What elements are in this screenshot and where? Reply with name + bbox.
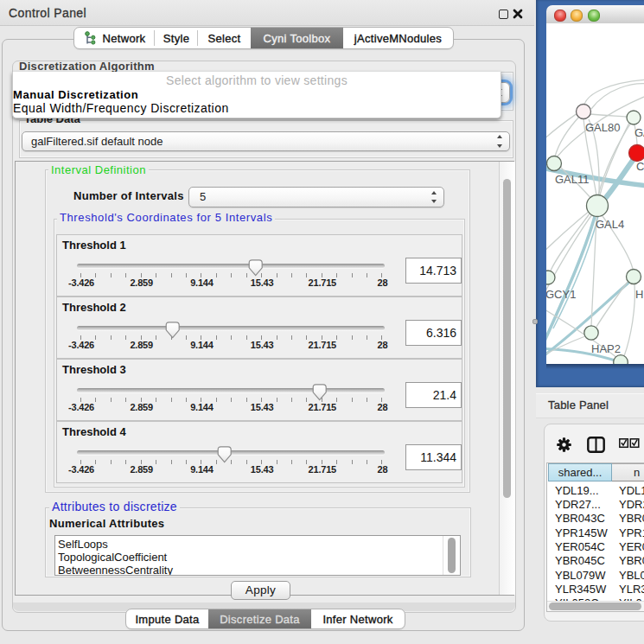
svg-text:GCY1: GCY1 — [546, 288, 576, 301]
svg-text:H: H — [635, 288, 643, 301]
svg-text:GA: GA — [634, 126, 644, 139]
svg-text:GAL4: GAL4 — [596, 218, 624, 231]
svg-text:GAL80: GAL80 — [585, 121, 620, 134]
svg-text:HAP2: HAP2 — [591, 342, 621, 355]
svg-text:GAL11: GAL11 — [555, 173, 590, 186]
svg-text:C: C — [636, 160, 644, 173]
